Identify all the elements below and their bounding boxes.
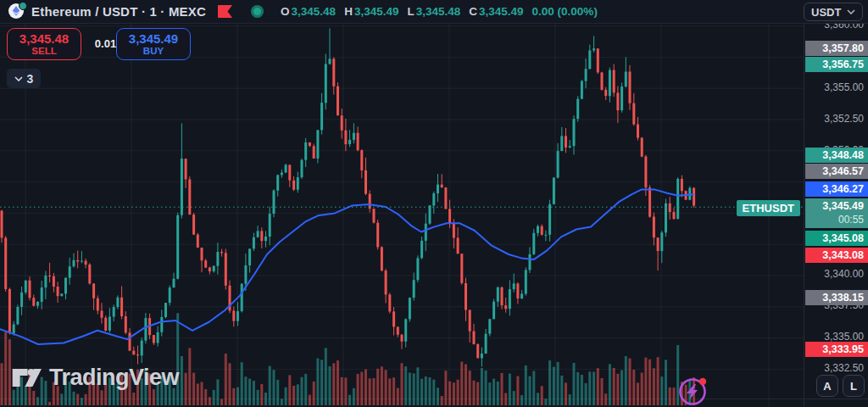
quick-trade-flash-button[interactable] xyxy=(676,374,710,407)
tradingview-logo[interactable]: TradingView xyxy=(11,365,179,391)
symbol-button[interactable]: Ethereum / USDT · 1 · MEXC xyxy=(0,3,206,20)
axis-mode-button-l[interactable]: L xyxy=(843,375,865,397)
moving-average-line xyxy=(0,189,693,344)
candlestick-chart-pane[interactable] xyxy=(0,24,804,407)
lightning-bolt-icon xyxy=(687,384,698,399)
connection-status-icon xyxy=(251,5,264,18)
candlestick-series xyxy=(1,29,696,367)
price-tick-label: 3,352.50 xyxy=(804,113,864,125)
currency-dropdown-value: USDT xyxy=(811,6,841,19)
bar-countdown: 00:55 xyxy=(838,214,864,226)
axis-corner xyxy=(804,399,868,407)
chevron-down-icon xyxy=(14,76,23,81)
price-level-badge: 3,333.95 xyxy=(805,342,868,357)
price-tick-label: 3,355.00 xyxy=(804,81,864,93)
price-level-badge: 3,345.08 xyxy=(805,231,868,246)
price-tick-label: 3,335.00 xyxy=(804,331,864,343)
price-tick-label: 3,340.00 xyxy=(804,268,864,280)
buy-label: BUY xyxy=(143,46,164,57)
change-value: 0.00 (0.00%) xyxy=(532,5,598,18)
positions-count: 3 xyxy=(27,72,34,86)
tradingview-logo-text: TradingView xyxy=(49,365,179,391)
ohlc-item: O3,345.48 xyxy=(281,5,336,18)
symbol-title: Ethereum / USDT · 1 · MEXC xyxy=(31,4,206,19)
price-level-badge: 3,357.80 xyxy=(805,41,868,56)
top-toolbar: Ethereum / USDT · 1 · MEXC O3,345.48H3,3… xyxy=(0,0,868,24)
price-level-badge: 3,356.75 xyxy=(805,57,868,72)
spread-value: 0.01 xyxy=(88,37,123,50)
sell-button[interactable]: 3,345.48 SELL xyxy=(7,28,81,60)
buy-button[interactable]: 3,345.49 BUY xyxy=(116,28,191,60)
tradingview-logo-icon xyxy=(11,365,42,391)
sell-label: SELL xyxy=(31,46,56,57)
price-level-badge: 3,346.27 xyxy=(805,181,868,197)
price-level-badge: 3,346.57 xyxy=(805,164,868,179)
sell-price: 3,345.48 xyxy=(19,31,69,46)
current-price-badge: 3,345.4900:55 xyxy=(805,198,868,228)
chevron-down-icon xyxy=(847,9,855,14)
exchange-badge-icon xyxy=(19,2,27,10)
notification-dot-icon xyxy=(699,378,706,385)
positions-collapse-chip[interactable]: 3 xyxy=(7,69,41,88)
price-tick-label: 3,332.50 xyxy=(804,362,864,374)
current-price-symbol-label[interactable]: ETHUSDT xyxy=(737,200,800,216)
ohlc-item: L3,345.48 xyxy=(407,5,460,18)
price-level-badge: 3,343.08 xyxy=(805,248,868,263)
trade-panel: 3,345.48 SELL 0.01 3,345.49 BUY xyxy=(7,28,191,60)
ethereum-icon xyxy=(8,3,25,20)
price-level-badge: 3,338.15 xyxy=(805,290,868,305)
ohlc-item: H3,345.49 xyxy=(344,5,398,18)
buy-price: 3,345.49 xyxy=(129,31,178,46)
currency-dropdown[interactable]: USDT xyxy=(804,3,863,21)
flag-icon[interactable] xyxy=(218,5,232,18)
price-level-badge: 3,348.48 xyxy=(805,148,868,163)
price-axis[interactable]: 3,360.003,355.003,352.503,350.003,340.00… xyxy=(804,24,868,399)
axis-buttons: AL xyxy=(816,375,865,397)
ohlc-item: C3,345.49 xyxy=(469,5,523,18)
axis-mode-button-a[interactable]: A xyxy=(816,375,838,397)
ohlc-readout: O3,345.48H3,345.49L3,345.48C3,345.490.00… xyxy=(281,5,598,18)
